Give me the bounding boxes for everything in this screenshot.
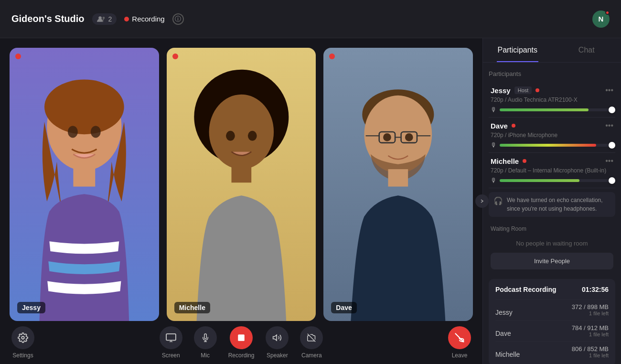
video-tile-michelle[interactable]: Michelle [167,48,316,321]
participant-row-dave: Dave ••• [491,121,613,130]
svg-point-3 [44,80,124,135]
mic-button[interactable] [194,326,217,349]
participant-row-michelle: Michelle ••• [491,157,613,165]
audio-handle-dave[interactable] [609,142,615,149]
audio-handle-michelle[interactable] [609,177,615,184]
audio-bar-michelle[interactable] [500,179,613,182]
toolbar: Settings Screen [0,321,482,364]
leave-button[interactable] [448,326,471,349]
participants-count-badge: 2 [92,13,117,25]
mic-icon-jessy: 🎙 [491,106,497,113]
jessy-figure [10,48,159,321]
stat-row-dave: Dave 784 / 912 MB 1 file left [495,320,609,341]
participants-section-header: Participants [489,68,615,82]
participant-menu-dave[interactable]: ••• [605,121,613,130]
recording-label: Recording [132,15,164,23]
participant-menu-michelle[interactable]: ••• [605,157,613,165]
phone-off-icon [454,333,465,343]
panel-collapse-btn[interactable] [475,194,489,208]
invite-people-button[interactable]: Invite People [491,253,613,269]
participant-menu-jessy[interactable]: ••• [605,86,613,95]
svg-point-10 [226,131,235,141]
audio-meter-michelle: 🎙 [491,177,613,184]
info-icon-btn[interactable]: ⓘ [172,13,184,25]
screen-icon [166,333,176,342]
speaker-icon [272,333,282,343]
status-dot-michelle [523,159,526,163]
panel-tabs: Participants Chat [483,38,621,63]
header-left: Gideon's Studio 2 Recording ⓘ [11,13,592,25]
participant-device-jessy: 720p / Audio Technica ATR2100-X [491,96,613,103]
tab-participants[interactable]: Participants [483,38,552,62]
recording-stats-title: Podcast Recording [495,286,557,293]
mic-icon-michelle: 🎙 [491,177,497,184]
svg-marker-29 [273,335,277,341]
settings-button[interactable] [11,326,34,349]
svg-point-11 [248,131,257,141]
no-waiting-text: No people in waiting room [491,236,613,253]
audio-fill-michelle [500,179,579,182]
info-icon: ⓘ [175,15,181,23]
camera-button[interactable] [300,326,323,349]
participant-name-row-michelle: Michelle [491,157,526,165]
camera-group: Camera [300,326,323,359]
panel-content: Participants Jessy Host ••• 720p / Audio… [483,63,621,364]
svg-line-30 [308,334,316,342]
recording-stats-header: Podcast Recording 01:32:56 [495,286,609,293]
studio-title: Gideon's Studio [11,13,85,24]
stat-row-michelle: Michelle 806 / 852 MB 1 file left [495,341,609,362]
svg-rect-4 [73,167,95,187]
stat-name-jessy: Jessy [495,309,513,316]
echo-text: We have turned on echo cancellation, sin… [507,196,610,213]
svg-point-22 [21,336,24,339]
participant-name-row-jessy: Jessy Host [491,86,539,95]
stat-values-dave: 784 / 912 MB 1 file left [572,324,609,337]
participant-item-jessy: Jessy Host ••• 720p / Audio Technica ATR… [489,82,615,118]
speaker-label: Speaker [267,352,288,359]
right-panel: Participants Chat Participants Jessy Hos… [482,38,621,364]
svg-rect-28 [238,334,245,341]
speaker-button[interactable] [266,326,289,349]
participant-number: 2 [108,15,112,23]
recording-time: 01:32:56 [582,286,609,293]
host-badge-jessy: Host [514,86,532,94]
waiting-room-section: Waiting Room No people in waiting room I… [489,221,615,274]
echo-warning: 🎧 We have turned on echo cancellation, s… [489,192,615,217]
screen-button[interactable] [160,326,182,349]
speaker-group: Speaker [266,326,289,359]
video-area: Jessy [0,38,482,364]
stat-files-michelle: 1 file left [572,353,609,358]
stat-files-jessy: 1 file left [572,310,609,316]
user-avatar[interactable]: N [592,11,610,28]
audio-bar-dave[interactable] [500,144,613,147]
stat-size-jessy: 372 / 898 MB [572,303,609,310]
headphone-icon: 🎧 [493,196,503,205]
svg-rect-9 [231,165,251,182]
stat-size-dave: 784 / 912 MB [572,324,609,332]
participant-name-michelle: Michelle [491,157,519,165]
status-dot-jessy [535,88,539,92]
mic-group: Mic [194,326,217,359]
stat-files-dave: 1 file left [572,332,609,337]
recording-badge: Recording [124,15,164,23]
participant-item-dave: Dave ••• 720p / iPhone Microphone 🎙 [489,118,615,153]
audio-fill-jessy [500,108,589,111]
mic-label: Mic [201,352,210,359]
recording-button[interactable] [230,326,253,349]
stat-name-michelle: Michelle [495,351,520,358]
svg-point-21 [405,133,413,141]
stat-values-michelle: 806 / 852 MB 1 file left [572,345,609,358]
svg-point-1 [102,17,105,19]
tab-chat[interactable]: Chat [552,38,621,62]
audio-handle-jessy[interactable] [609,107,615,113]
waiting-room-label: Waiting Room [491,225,613,232]
video-tile-dave[interactable]: Dave [323,48,473,321]
svg-point-6 [91,126,101,138]
video-tile-jessy[interactable]: Jessy [10,48,159,321]
people-icon [97,16,106,22]
audio-bar-jessy[interactable] [500,108,613,111]
toolbar-center: Screen Mic [160,326,323,359]
stat-size-michelle: 806 / 852 MB [572,345,609,353]
rec-dot [124,17,129,21]
svg-point-8 [209,95,273,169]
